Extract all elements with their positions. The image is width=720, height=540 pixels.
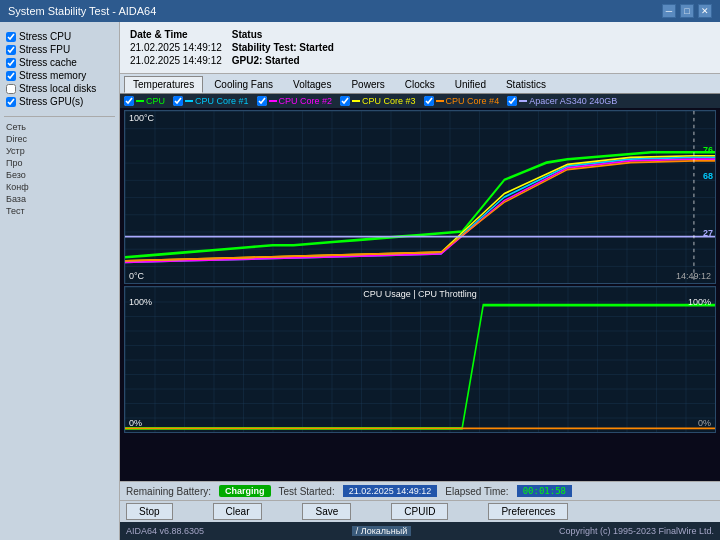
sidebar-nav: Сеть Direc Устр Про Безо Конф База Тест bbox=[4, 116, 115, 217]
window-controls: ─ □ ✕ bbox=[662, 4, 712, 18]
datetime-2: 21.02.2025 14:49:12 bbox=[130, 54, 232, 67]
title-bar: System Stability Test - AIDA64 ─ □ ✕ bbox=[0, 0, 720, 22]
charts-area: CPU CPU Core #1 CPU Core #2 CPU Core #3 bbox=[120, 94, 720, 481]
legend-cpu-checkbox[interactable] bbox=[124, 96, 134, 106]
status-row-1: 21.02.2025 14:49:12 Stability Test: Star… bbox=[130, 41, 344, 54]
datetime-1: 21.02.2025 14:49:12 bbox=[130, 41, 232, 54]
legend-core4-label: CPU Core #4 bbox=[446, 96, 500, 106]
usage-y-right-min: 0% bbox=[698, 418, 711, 428]
stress-memory-checkbox[interactable] bbox=[6, 71, 16, 81]
sidebar: Stress CPU Stress FPU Stress cache Stres… bbox=[0, 22, 120, 540]
nav-item-4[interactable]: Про bbox=[4, 157, 115, 169]
battery-status: Charging bbox=[219, 485, 271, 497]
status-panel: Date & Time Status 21.02.2025 14:49:12 S… bbox=[120, 22, 720, 74]
main-container: Stress CPU Stress FPU Stress cache Stres… bbox=[0, 22, 720, 540]
elapsed-value: 00:01:58 bbox=[517, 485, 572, 497]
tab-voltages[interactable]: Voltages bbox=[284, 76, 340, 93]
window-title: System Stability Test - AIDA64 bbox=[8, 5, 156, 17]
legend-apacer-label: Apacer AS340 240GB bbox=[529, 96, 617, 106]
stress-gpu-checkbox[interactable] bbox=[6, 97, 16, 107]
usage-chart-svg bbox=[125, 287, 715, 432]
cpu-color bbox=[136, 100, 144, 102]
tab-unified[interactable]: Unified bbox=[446, 76, 495, 93]
status-1: Stability Test: Started bbox=[232, 41, 344, 54]
legend-core4-checkbox[interactable] bbox=[424, 96, 434, 106]
cpu-usage-chart: CPU Usage | CPU Throttling 100% 0% 100% bbox=[124, 286, 716, 433]
stress-fpu-label: Stress FPU bbox=[19, 44, 70, 55]
locale-badge: / Локальный bbox=[352, 526, 411, 536]
stress-cache-item: Stress cache bbox=[4, 56, 115, 69]
tab-bar: Temperatures Cooling Fans Voltages Power… bbox=[120, 74, 720, 94]
save-button[interactable]: Save bbox=[302, 503, 351, 520]
clear-button[interactable]: Clear bbox=[213, 503, 263, 520]
stress-options: Stress CPU Stress FPU Stress cache Stres… bbox=[4, 30, 115, 108]
maximize-button[interactable]: □ bbox=[680, 4, 694, 18]
core4-color bbox=[436, 100, 444, 102]
core1-color bbox=[185, 100, 193, 102]
stress-fpu-checkbox[interactable] bbox=[6, 45, 16, 55]
legend-core3: CPU Core #3 bbox=[340, 96, 416, 106]
legend-core3-label: CPU Core #3 bbox=[362, 96, 416, 106]
copyright: Copyright (c) 1995-2023 FinalWire Ltd. bbox=[559, 526, 714, 536]
temp-x-label: 14:49:12 bbox=[676, 271, 711, 281]
stress-cache-checkbox[interactable] bbox=[6, 58, 16, 68]
legend-core1: CPU Core #1 bbox=[173, 96, 249, 106]
stress-memory-label: Stress memory bbox=[19, 70, 86, 81]
legend-core4: CPU Core #4 bbox=[424, 96, 500, 106]
minimize-button[interactable]: ─ bbox=[662, 4, 676, 18]
nav-item-1[interactable]: Сеть bbox=[4, 121, 115, 133]
legend-apacer-checkbox[interactable] bbox=[507, 96, 517, 106]
close-button[interactable]: ✕ bbox=[698, 4, 712, 18]
elapsed-label: Elapsed Time: bbox=[445, 486, 508, 497]
stress-memory-item: Stress memory bbox=[4, 69, 115, 82]
temp-value-68: 68 bbox=[703, 171, 713, 181]
status-2: GPU2: Started bbox=[232, 54, 344, 67]
battery-label: Remaining Battery: bbox=[126, 486, 211, 497]
nav-item-8[interactable]: Тест bbox=[4, 205, 115, 217]
status-bar: Remaining Battery: Charging Test Started… bbox=[120, 481, 720, 500]
nav-item-7[interactable]: База bbox=[4, 193, 115, 205]
buttons-row: Stop Clear Save CPUID Preferences bbox=[120, 500, 720, 522]
stress-disks-checkbox[interactable] bbox=[6, 84, 16, 94]
core2-color bbox=[269, 100, 277, 102]
legend-cpu: CPU bbox=[124, 96, 165, 106]
temp-value-76: 76 bbox=[703, 145, 713, 155]
preferences-button[interactable]: Preferences bbox=[488, 503, 568, 520]
apacer-color bbox=[519, 100, 527, 102]
status-table: Date & Time Status 21.02.2025 14:49:12 S… bbox=[130, 28, 344, 67]
status-row-2: 21.02.2025 14:49:12 GPU2: Started bbox=[130, 54, 344, 67]
stress-cache-label: Stress cache bbox=[19, 57, 77, 68]
tab-statistics[interactable]: Statistics bbox=[497, 76, 555, 93]
legend-core2: CPU Core #2 bbox=[257, 96, 333, 106]
stress-cpu-item: Stress CPU bbox=[4, 30, 115, 43]
tab-temperatures[interactable]: Temperatures bbox=[124, 76, 203, 93]
legend-core1-checkbox[interactable] bbox=[173, 96, 183, 106]
app-bar: AIDA64 v6.88.6305 / Локальный Copyright … bbox=[120, 522, 720, 540]
usage-y-min: 0% bbox=[129, 418, 142, 428]
tab-clocks[interactable]: Clocks bbox=[396, 76, 444, 93]
legend-core3-checkbox[interactable] bbox=[340, 96, 350, 106]
usage-y-max: 100% bbox=[129, 297, 152, 307]
nav-item-2[interactable]: Direc bbox=[4, 133, 115, 145]
stress-cpu-checkbox[interactable] bbox=[6, 32, 16, 42]
tab-powers[interactable]: Powers bbox=[342, 76, 393, 93]
stress-disks-label: Stress local disks bbox=[19, 83, 96, 94]
legend-core1-label: CPU Core #1 bbox=[195, 96, 249, 106]
core3-color bbox=[352, 100, 360, 102]
temp-y-min: 0°C bbox=[129, 271, 144, 281]
nav-item-3[interactable]: Устр bbox=[4, 145, 115, 157]
nav-item-5[interactable]: Безо bbox=[4, 169, 115, 181]
temp-chart-svg bbox=[125, 111, 715, 283]
legend-core2-checkbox[interactable] bbox=[257, 96, 267, 106]
legend-bar: CPU CPU Core #1 CPU Core #2 CPU Core #3 bbox=[120, 94, 720, 108]
stress-fpu-item: Stress FPU bbox=[4, 43, 115, 56]
datetime-header: Date & Time bbox=[130, 28, 232, 41]
stress-disks-item: Stress local disks bbox=[4, 82, 115, 95]
stop-button[interactable]: Stop bbox=[126, 503, 173, 520]
cpuid-button[interactable]: CPUID bbox=[391, 503, 448, 520]
nav-item-6[interactable]: Конф bbox=[4, 181, 115, 193]
temp-value-27: 27 bbox=[703, 228, 713, 238]
tab-cooling-fans[interactable]: Cooling Fans bbox=[205, 76, 282, 93]
svg-rect-2 bbox=[125, 287, 715, 432]
stress-cpu-label: Stress CPU bbox=[19, 31, 71, 42]
